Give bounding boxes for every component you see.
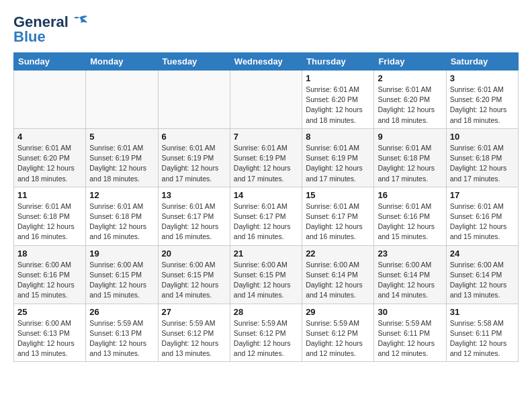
calendar-cell: 18Sunrise: 6:00 AM Sunset: 6:16 PM Dayli… [14, 245, 86, 304]
calendar-cell [158, 71, 230, 129]
day-number: 30 [378, 307, 442, 317]
logo-bird-icon [70, 15, 89, 30]
day-number: 12 [89, 190, 154, 200]
calendar-cell: 16Sunrise: 6:01 AM Sunset: 6:16 PM Dayli… [374, 187, 446, 245]
day-number: 20 [162, 248, 226, 259]
calendar-cell: 23Sunrise: 6:00 AM Sunset: 6:14 PM Dayli… [374, 245, 446, 304]
calendar-cell: 21Sunrise: 6:00 AM Sunset: 6:15 PM Dayli… [230, 245, 302, 304]
calendar-cell: 26Sunrise: 5:59 AM Sunset: 6:13 PM Dayli… [86, 304, 158, 362]
logo-blue: Blue [13, 28, 46, 46]
calendar-cell [86, 71, 158, 129]
calendar-cell: 31Sunrise: 5:58 AM Sunset: 6:11 PM Dayli… [446, 304, 518, 362]
weekday-header: Wednesday [230, 53, 302, 71]
day-detail: Sunrise: 5:59 AM Sunset: 6:12 PM Dayligh… [234, 318, 298, 359]
calendar-cell [14, 71, 86, 129]
calendar-cell: 27Sunrise: 5:59 AM Sunset: 6:12 PM Dayli… [158, 304, 230, 362]
day-detail: Sunrise: 6:01 AM Sunset: 6:19 PM Dayligh… [162, 143, 226, 184]
day-detail: Sunrise: 6:00 AM Sunset: 6:13 PM Dayligh… [17, 318, 82, 359]
day-number: 29 [306, 307, 370, 317]
calendar-week-row: 1Sunrise: 6:01 AM Sunset: 6:20 PM Daylig… [14, 71, 519, 129]
day-number: 5 [89, 132, 154, 142]
day-number: 15 [306, 190, 370, 200]
calendar-cell: 14Sunrise: 6:01 AM Sunset: 6:17 PM Dayli… [230, 187, 302, 245]
calendar-cell: 30Sunrise: 5:59 AM Sunset: 6:11 PM Dayli… [374, 304, 446, 362]
day-detail: Sunrise: 5:58 AM Sunset: 6:11 PM Dayligh… [450, 318, 515, 359]
day-number: 11 [17, 190, 82, 200]
day-detail: Sunrise: 6:00 AM Sunset: 6:15 PM Dayligh… [162, 260, 226, 301]
day-number: 24 [450, 248, 515, 259]
day-number: 14 [234, 190, 298, 200]
day-detail: Sunrise: 6:01 AM Sunset: 6:18 PM Dayligh… [378, 143, 442, 184]
calendar-cell: 24Sunrise: 6:00 AM Sunset: 6:14 PM Dayli… [446, 245, 518, 304]
day-number: 25 [17, 307, 82, 317]
day-detail: Sunrise: 6:01 AM Sunset: 6:16 PM Dayligh… [450, 201, 515, 242]
day-detail: Sunrise: 5:59 AM Sunset: 6:11 PM Dayligh… [378, 318, 442, 359]
day-detail: Sunrise: 6:01 AM Sunset: 6:18 PM Dayligh… [17, 201, 82, 242]
day-number: 9 [378, 132, 442, 142]
day-detail: Sunrise: 6:00 AM Sunset: 6:15 PM Dayligh… [89, 260, 154, 301]
calendar-cell: 7Sunrise: 6:01 AM Sunset: 6:19 PM Daylig… [230, 128, 302, 187]
day-number: 17 [450, 190, 515, 200]
calendar-cell: 8Sunrise: 6:01 AM Sunset: 6:19 PM Daylig… [302, 128, 374, 187]
weekday-header: Friday [374, 53, 446, 71]
day-detail: Sunrise: 6:00 AM Sunset: 6:14 PM Dayligh… [378, 260, 442, 301]
day-number: 27 [162, 307, 226, 317]
day-number: 10 [450, 132, 515, 142]
calendar-header-row: SundayMondayTuesdayWednesdayThursdayFrid… [14, 53, 519, 71]
calendar-week-row: 11Sunrise: 6:01 AM Sunset: 6:18 PM Dayli… [14, 187, 519, 245]
day-number: 7 [234, 132, 298, 142]
calendar-cell: 10Sunrise: 6:01 AM Sunset: 6:18 PM Dayli… [446, 128, 518, 187]
day-number: 8 [306, 132, 370, 142]
day-number: 26 [89, 307, 154, 317]
calendar-cell: 3Sunrise: 6:01 AM Sunset: 6:20 PM Daylig… [446, 71, 518, 129]
calendar-cell: 19Sunrise: 6:00 AM Sunset: 6:15 PM Dayli… [86, 245, 158, 304]
day-number: 13 [162, 190, 226, 200]
calendar-cell: 17Sunrise: 6:01 AM Sunset: 6:16 PM Dayli… [446, 187, 518, 245]
day-detail: Sunrise: 6:01 AM Sunset: 6:18 PM Dayligh… [89, 201, 154, 242]
day-number: 21 [234, 248, 298, 259]
day-detail: Sunrise: 6:01 AM Sunset: 6:16 PM Dayligh… [378, 201, 442, 242]
day-number: 23 [378, 248, 442, 259]
day-number: 18 [17, 248, 82, 259]
calendar-cell [230, 71, 302, 129]
day-detail: Sunrise: 6:01 AM Sunset: 6:17 PM Dayligh… [306, 201, 370, 242]
page-header: General Blue [13, 13, 519, 46]
day-detail: Sunrise: 5:59 AM Sunset: 6:13 PM Dayligh… [89, 318, 154, 359]
day-detail: Sunrise: 5:59 AM Sunset: 6:12 PM Dayligh… [306, 318, 370, 359]
day-detail: Sunrise: 6:01 AM Sunset: 6:19 PM Dayligh… [89, 143, 154, 184]
day-number: 1 [306, 73, 370, 83]
day-number: 16 [378, 190, 442, 200]
day-detail: Sunrise: 6:01 AM Sunset: 6:20 PM Dayligh… [378, 85, 442, 126]
day-detail: Sunrise: 5:59 AM Sunset: 6:12 PM Dayligh… [162, 318, 226, 359]
day-detail: Sunrise: 6:01 AM Sunset: 6:20 PM Dayligh… [450, 85, 515, 126]
calendar-cell: 15Sunrise: 6:01 AM Sunset: 6:17 PM Dayli… [302, 187, 374, 245]
calendar-cell: 1Sunrise: 6:01 AM Sunset: 6:20 PM Daylig… [302, 71, 374, 129]
weekday-header: Monday [86, 53, 158, 71]
calendar-week-row: 18Sunrise: 6:00 AM Sunset: 6:16 PM Dayli… [14, 245, 519, 304]
day-detail: Sunrise: 6:01 AM Sunset: 6:20 PM Dayligh… [306, 85, 370, 126]
day-number: 4 [17, 132, 82, 142]
calendar-cell: 20Sunrise: 6:00 AM Sunset: 6:15 PM Dayli… [158, 245, 230, 304]
day-number: 31 [450, 307, 515, 317]
day-number: 22 [306, 248, 370, 259]
calendar-week-row: 25Sunrise: 6:00 AM Sunset: 6:13 PM Dayli… [14, 304, 519, 362]
day-detail: Sunrise: 6:00 AM Sunset: 6:14 PM Dayligh… [450, 260, 515, 301]
weekday-header: Sunday [14, 53, 86, 71]
day-detail: Sunrise: 6:01 AM Sunset: 6:17 PM Dayligh… [234, 201, 298, 242]
day-number: 28 [234, 307, 298, 317]
calendar-cell: 25Sunrise: 6:00 AM Sunset: 6:13 PM Dayli… [14, 304, 86, 362]
day-detail: Sunrise: 6:01 AM Sunset: 6:17 PM Dayligh… [162, 201, 226, 242]
calendar-cell: 12Sunrise: 6:01 AM Sunset: 6:18 PM Dayli… [86, 187, 158, 245]
calendar-cell: 2Sunrise: 6:01 AM Sunset: 6:20 PM Daylig… [374, 71, 446, 129]
calendar-cell: 4Sunrise: 6:01 AM Sunset: 6:20 PM Daylig… [14, 128, 86, 187]
calendar-cell: 29Sunrise: 5:59 AM Sunset: 6:12 PM Dayli… [302, 304, 374, 362]
day-detail: Sunrise: 6:00 AM Sunset: 6:16 PM Dayligh… [17, 260, 82, 301]
day-number: 3 [450, 73, 515, 83]
calendar-cell: 6Sunrise: 6:01 AM Sunset: 6:19 PM Daylig… [158, 128, 230, 187]
day-detail: Sunrise: 6:01 AM Sunset: 6:19 PM Dayligh… [306, 143, 370, 184]
weekday-header: Tuesday [158, 53, 230, 71]
logo: General Blue [13, 13, 89, 46]
day-detail: Sunrise: 6:01 AM Sunset: 6:19 PM Dayligh… [234, 143, 298, 184]
day-detail: Sunrise: 6:01 AM Sunset: 6:20 PM Dayligh… [17, 143, 82, 184]
day-number: 6 [162, 132, 226, 142]
